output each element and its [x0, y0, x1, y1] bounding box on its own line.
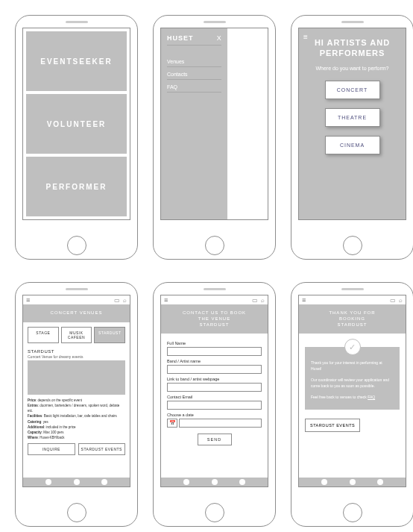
- input-email[interactable]: [167, 401, 262, 410]
- faq-link[interactable]: FAQ: [368, 395, 375, 399]
- home-button[interactable]: [67, 503, 86, 522]
- label-date: Choose a date: [167, 413, 262, 417]
- venue-body: STAGE MUSIK CAFEEN STARDUST STARDUST Con…: [23, 322, 130, 478]
- home-button[interactable]: [205, 503, 224, 522]
- hamburger-icon[interactable]: ≡: [302, 296, 306, 304]
- nav-dot[interactable]: [239, 479, 245, 485]
- onboarding-panel: ≡ HI ARTISTS AND PERFORMERS Where do you…: [299, 28, 406, 219]
- phone-speaker: [204, 21, 226, 23]
- nav-dot[interactable]: [377, 479, 383, 485]
- input-fullname[interactable]: [167, 347, 262, 356]
- nav-dot[interactable]: [101, 479, 107, 485]
- calendar-icon[interactable]: 📅: [167, 419, 177, 428]
- onb-btn-theatre[interactable]: THEATRE: [325, 108, 380, 127]
- bottom-nav: [299, 478, 406, 486]
- onboarding-title: HI ARTISTS AND PERFORMERS: [305, 37, 400, 59]
- chat-icon[interactable]: ▭: [390, 297, 396, 304]
- topbar: ≡ ▭ ⌕: [299, 295, 406, 304]
- input-date[interactable]: [179, 419, 262, 428]
- date-row: 📅: [167, 419, 262, 428]
- hamburger-icon[interactable]: ≡: [26, 296, 30, 304]
- phone-speaker: [341, 21, 364, 23]
- detail-row: Capacity: Max 100 pers: [28, 430, 125, 435]
- close-icon[interactable]: X: [217, 34, 221, 42]
- filter-stardust[interactable]: STARDUST: [94, 327, 125, 343]
- label-link: Link to band / artist webpage: [167, 377, 262, 381]
- home-button[interactable]: [205, 236, 224, 255]
- venue-title: STARDUST: [28, 349, 125, 354]
- label-band: Band / Artist name: [167, 359, 262, 363]
- drawer-scrim[interactable]: [227, 28, 268, 219]
- phone-frame-3: ≡ HI ARTISTS AND PERFORMERS Where do you…: [291, 15, 413, 260]
- filter-musikcafeen[interactable]: MUSIK CAFEEN: [61, 327, 92, 343]
- nav-dot[interactable]: [45, 479, 51, 485]
- events-button[interactable]: STARDUST EVENTS: [78, 443, 126, 455]
- input-link[interactable]: [167, 383, 262, 392]
- page-header: Contact us to book the venue STARDUST: [161, 304, 268, 334]
- search-icon[interactable]: ⌕: [399, 297, 403, 304]
- chat-icon[interactable]: ▭: [114, 297, 120, 304]
- detail-row: Extras: doormen, bartenders / dressers, …: [28, 403, 125, 413]
- home-button[interactable]: [67, 236, 86, 255]
- inquire-button[interactable]: INQUIRE: [28, 443, 75, 455]
- screen-home: EVENTSEEKER VOLUNTEER PERFORMER: [22, 28, 130, 220]
- phone-frame-5: ≡ ▭ ⌕ Contact us to book the venue STARD…: [153, 282, 276, 527]
- detail-row: Catering: yes: [28, 419, 125, 425]
- page-header: CONCERT VENUES: [23, 304, 130, 322]
- thankyou-body: ✓ Thank you for your interest in perform…: [299, 334, 406, 478]
- search-icon[interactable]: ⌕: [261, 297, 265, 304]
- drawer-item-faq[interactable]: FAQ: [167, 80, 221, 93]
- drawer-logo: HUSET: [167, 34, 194, 42]
- drawer-layout: HUSET X Venues Contacts FAQ: [161, 28, 268, 219]
- page-header: Thank you for booking STARDUST: [299, 304, 406, 334]
- chat-icon[interactable]: ▭: [252, 297, 258, 304]
- input-band[interactable]: [167, 365, 262, 374]
- nav-dot[interactable]: [321, 479, 327, 485]
- onb-btn-concert[interactable]: CONCERT: [325, 81, 380, 99]
- screen-thankyou: ≡ ▭ ⌕ Thank you for booking STARDUST ✓ T…: [298, 295, 406, 487]
- send-button[interactable]: SEND: [198, 434, 232, 445]
- phone-frame-6: ≡ ▭ ⌕ Thank you for booking STARDUST ✓ T…: [291, 282, 413, 527]
- form-body: Full Name Band / Artist name Link to ban…: [161, 334, 268, 478]
- stardust-events-button[interactable]: STARDUST EVENTS: [305, 419, 360, 432]
- check-icon: ✓: [344, 339, 361, 355]
- home-tile-stack: EVENTSEEKER VOLUNTEER PERFORMER: [23, 28, 130, 219]
- tile-eventseeker[interactable]: EVENTSEEKER: [26, 31, 127, 91]
- tile-volunteer[interactable]: VOLUNTEER: [26, 94, 127, 154]
- home-button[interactable]: [343, 236, 362, 255]
- detail-row: Where: Huset-KBH/back: [28, 435, 125, 440]
- nav-dot[interactable]: [74, 479, 80, 485]
- topbar: ≡ ▭ ⌕: [23, 295, 130, 304]
- nav-dot[interactable]: [183, 479, 189, 485]
- venue-image-placeholder: [28, 360, 125, 395]
- screen-drawer: HUSET X Venues Contacts FAQ: [160, 28, 268, 220]
- detail-row: Price: depends on the specific event: [28, 398, 125, 403]
- drawer-item-contacts[interactable]: Contacts: [167, 67, 221, 80]
- label-fullname: Full Name: [167, 341, 262, 345]
- bottom-nav: [23, 478, 130, 486]
- search-icon[interactable]: ⌕: [123, 297, 127, 304]
- bottom-nav: [161, 478, 268, 486]
- nav-dot[interactable]: [212, 479, 218, 485]
- topbar: ≡ ▭ ⌕: [161, 295, 268, 304]
- filter-stage[interactable]: STAGE: [28, 327, 59, 343]
- phone-speaker: [204, 288, 226, 290]
- drawer-header: HUSET X: [167, 34, 221, 46]
- tile-performer[interactable]: PERFORMER: [26, 157, 127, 216]
- venue-subtitle: Concert Venue for dreamy events: [28, 354, 125, 359]
- thankyou-card: ✓ Thank you for your interest in perform…: [305, 347, 400, 410]
- phone-frame-4: ≡ ▭ ⌕ CONCERT VENUES STAGE MUSIK CAFEEN …: [15, 282, 138, 527]
- home-button[interactable]: [343, 503, 362, 522]
- hamburger-icon[interactable]: ≡: [303, 33, 308, 41]
- nav-dot[interactable]: [350, 479, 356, 485]
- hamburger-icon[interactable]: ≡: [164, 296, 168, 304]
- topbar-actions: ▭ ⌕: [252, 297, 265, 304]
- venue-details: Price: depends on the specific event Ext…: [28, 398, 125, 441]
- onb-btn-cinema[interactable]: CINEMA: [325, 136, 380, 154]
- thankyou-p2: Our coordinator will review your applica…: [311, 378, 394, 389]
- drawer-item-venues[interactable]: Venues: [167, 54, 221, 67]
- venue-actions: INQUIRE STARDUST EVENTS: [28, 443, 125, 455]
- screen-venue-list: ≡ ▭ ⌕ CONCERT VENUES STAGE MUSIK CAFEEN …: [22, 295, 130, 487]
- phone-frame-2: HUSET X Venues Contacts FAQ: [153, 15, 276, 260]
- phone-speaker: [66, 288, 88, 290]
